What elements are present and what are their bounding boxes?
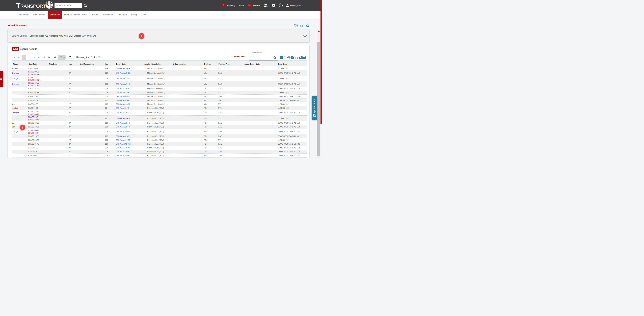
svg-text:A: A xyxy=(294,56,296,59)
svg-text:RANSPORT: RANSPORT xyxy=(20,3,46,9)
svg-text:4: 4 xyxy=(47,2,50,9)
svg-text:Z: Z xyxy=(297,56,298,59)
svg-text:T: T xyxy=(16,2,20,10)
svg-text:?: ? xyxy=(280,4,282,7)
